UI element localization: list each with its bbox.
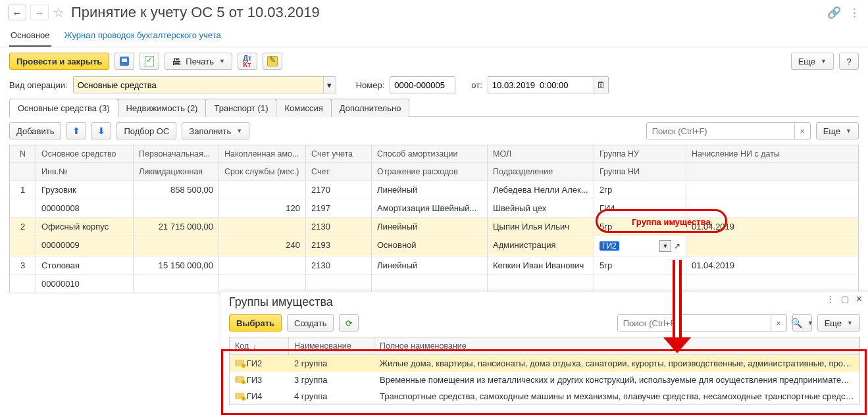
table-row[interactable]: 00000010	[10, 274, 858, 293]
search-box[interactable]: ×	[646, 122, 811, 139]
calendar-icon[interactable]: 🗓	[594, 77, 608, 93]
popup-kebab-icon[interactable]: ⋮	[826, 294, 834, 304]
cell-acct2: 2197	[306, 199, 372, 217]
col-os[interactable]: Основное средство	[36, 145, 134, 162]
cell-dept: Администрация	[488, 235, 594, 256]
popup-search-box[interactable]: ×	[617, 314, 787, 331]
table-row[interactable]: 00000009 240 2193 Основной Администрация…	[10, 235, 858, 256]
add-button[interactable]: Добавить	[9, 122, 61, 139]
post-and-close-button[interactable]: Провести и закрыть	[9, 53, 109, 70]
popup-col-code-label: Код	[235, 341, 249, 351]
cell-name: 3 группа	[289, 372, 374, 388]
cell-os: Грузовик	[36, 180, 134, 199]
popup-more-button[interactable]: Еще ▼	[817, 314, 860, 331]
cell-name: 2 группа	[289, 355, 374, 372]
tab-commission[interactable]: Комиссия	[276, 99, 331, 117]
col-liq[interactable]: Ликвидационная	[134, 163, 219, 180]
col-gni[interactable]: Группа НИ	[594, 163, 686, 180]
chevron-down-icon: ▼	[807, 320, 813, 326]
col-gnu[interactable]: Группа НУ	[594, 145, 686, 162]
col-acct[interactable]: Счет учета	[306, 145, 372, 162]
move-up-button[interactable]: ⬆	[66, 122, 86, 139]
table-more-button[interactable]: Еще ▼	[816, 122, 859, 139]
fill-button[interactable]: Заполнить ▼	[182, 122, 249, 139]
popup-col-code[interactable]: Код ↓	[230, 337, 289, 355]
tab-transport[interactable]: Транспорт (1)	[205, 99, 276, 117]
popup-search-button[interactable]: 🔍▼	[792, 314, 812, 331]
favorite-icon[interactable]: ☆	[53, 5, 64, 20]
table-row[interactable]: 00000008 120 2197 Амортизация Швейный...…	[10, 199, 858, 217]
back-button[interactable]: ←	[8, 5, 26, 20]
note-button[interactable]	[263, 53, 282, 70]
op-type-input[interactable]	[74, 77, 323, 93]
pick-os-button[interactable]: Подбор ОС	[116, 122, 176, 139]
forward-button[interactable]: →	[30, 5, 49, 20]
dropdown-button[interactable]: ▼	[659, 240, 671, 252]
popup-maximize-icon[interactable]: ▢	[841, 294, 849, 304]
cell-code: ГИ3	[247, 375, 263, 385]
list-item[interactable]: ГИ3 3 группа Временные помещения из мета…	[230, 372, 859, 388]
search-icon: 🔍	[791, 318, 802, 328]
popup-col-full[interactable]: Полное наименование	[374, 337, 859, 355]
dt-kt-button[interactable]: ДтКт	[238, 53, 257, 70]
col-ni[interactable]: Начисление НИ с даты	[686, 145, 858, 162]
col-dept[interactable]: Подразделение	[488, 163, 594, 180]
cell-n: 3	[10, 256, 36, 274]
save-button[interactable]	[115, 53, 134, 70]
select-button[interactable]: Выбрать	[229, 314, 282, 331]
list-item[interactable]: ГИ2 2 группа Жилые дома, квартиры, панси…	[230, 355, 859, 372]
col-pv[interactable]: Первоначальная...	[134, 145, 219, 162]
tab-journal[interactable]: Журнал проводок бухгалтерского учета	[63, 25, 222, 47]
post-button[interactable]	[140, 53, 159, 70]
cell-gni-editing[interactable]: ГИ2 ▼ ↗	[594, 235, 686, 256]
folder-item-icon	[235, 376, 244, 383]
col-inv[interactable]: Инв.№	[36, 163, 134, 180]
search-input[interactable]	[647, 123, 794, 139]
col-life[interactable]: Срок службы (мес.)	[219, 163, 306, 180]
tab-realty[interactable]: Недвижимость (2)	[118, 99, 207, 117]
chevron-down-icon: ▼	[219, 58, 225, 64]
clear-search-button[interactable]: ×	[794, 123, 810, 139]
sort-asc-icon: ↓	[253, 342, 257, 350]
chevron-down-icon: ▼	[821, 58, 827, 64]
folder-item-icon	[235, 360, 244, 366]
col-n-sub	[10, 163, 36, 180]
col-amort[interactable]: Способ амортизации	[372, 145, 488, 162]
number-input[interactable]	[390, 77, 455, 93]
more-button[interactable]: Еще ▼	[791, 53, 834, 70]
popup-clear-search[interactable]: ×	[771, 315, 786, 331]
popup-close-icon[interactable]: ✕	[855, 294, 863, 304]
link-icon[interactable]: 🔗	[827, 6, 841, 20]
kebab-icon[interactable]: ⋮	[849, 6, 860, 20]
tab-main[interactable]: Основное	[9, 25, 51, 47]
col-na[interactable]: Накопленная амо...	[219, 145, 306, 162]
date-field[interactable]: 🗓	[488, 76, 609, 93]
col-n[interactable]: N	[10, 145, 36, 162]
list-item[interactable]: ГИ4 4 группа Транспортные средства, само…	[230, 388, 859, 405]
popup-search-input[interactable]	[618, 315, 771, 331]
cell-gnu: 5гр	[594, 217, 686, 235]
col-mol[interactable]: МОЛ	[488, 145, 594, 162]
cell-os: Столовая	[36, 256, 134, 274]
op-type-select[interactable]: ▾	[73, 76, 336, 93]
help-button[interactable]: ?	[839, 53, 859, 70]
tab-fixed-assets[interactable]: Основные средства (3)	[9, 99, 118, 117]
popup-col-name[interactable]: Наименование	[289, 337, 374, 355]
cell-acct: 2130	[306, 256, 372, 274]
number-field[interactable]	[390, 76, 455, 93]
print-button[interactable]: 🖶 Печать ▼	[165, 53, 232, 70]
create-button[interactable]: Создать	[287, 314, 334, 331]
move-down-button[interactable]: ⬇	[91, 122, 111, 139]
table-row[interactable]: 1 Грузовик 858 500,00 2170 Линейный Лебе…	[10, 180, 858, 199]
table-row[interactable]: 3 Столовая 15 150 000,00 2130 Линейный К…	[10, 256, 858, 274]
table-row[interactable]: 2 Офисный корпус 21 715 000,00 2130 Лине…	[10, 217, 858, 235]
col-expenses[interactable]: Отражение расходов	[372, 163, 488, 180]
open-icon[interactable]: ↗	[674, 241, 680, 251]
tab-additional[interactable]: Дополнительно	[331, 99, 410, 117]
refresh-button[interactable]: ⟳	[339, 314, 359, 331]
col-acct2[interactable]: Счет	[306, 163, 372, 180]
gni-value: ГИ2	[600, 241, 619, 251]
chevron-down-icon[interactable]: ▾	[323, 77, 336, 93]
document-check-icon	[145, 56, 154, 66]
date-input[interactable]	[488, 77, 594, 93]
